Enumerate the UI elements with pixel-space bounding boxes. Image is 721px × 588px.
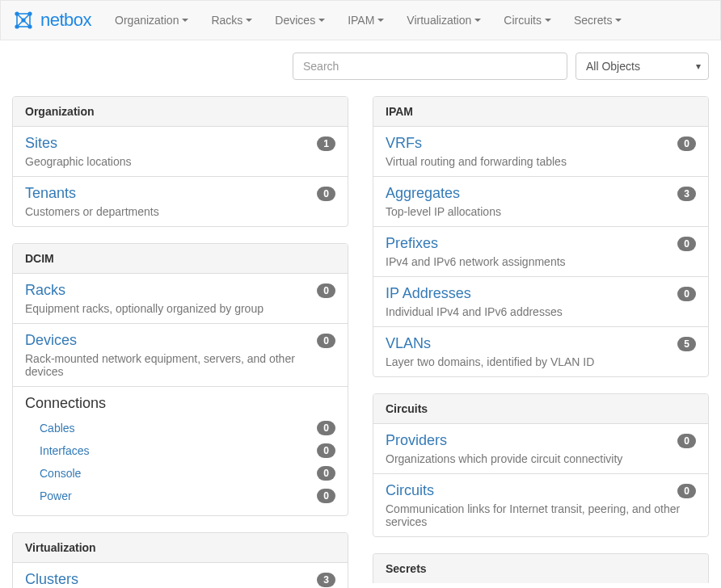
nav-virtualization[interactable]: Virtualization: [395, 2, 492, 39]
item-tenants: 0 Tenants Customers or departments: [13, 177, 348, 226]
panel-virtualization: Virtualization 3 Clusters: [12, 532, 348, 588]
nav-racks[interactable]: Racks: [200, 2, 264, 39]
count-badge: 0: [317, 421, 335, 435]
item-vlans: 5 VLANs Layer two domains, identified by…: [373, 327, 708, 376]
link-sites[interactable]: Sites: [25, 135, 57, 152]
panel-heading-secrets: Secrets: [373, 554, 708, 583]
item-ip-addresses: 0 IP Addresses Individual IPv4 and IPv6 …: [373, 277, 708, 327]
svg-point-9: [27, 24, 32, 28]
panel-circuits: Circuits 0 Providers Organizations which…: [373, 393, 709, 537]
panel-heading-circuits: Circuits: [373, 394, 708, 424]
panel-heading-ipam: IPAM: [373, 97, 708, 127]
count-badge: 0: [677, 136, 696, 151]
conn-console-row: Console 0: [25, 462, 335, 485]
svg-point-6: [15, 11, 19, 15]
logo-icon: [13, 10, 34, 31]
chevron-down-icon: [377, 19, 384, 22]
item-circuits: 0 Circuits Communication links for Inter…: [373, 474, 708, 536]
link-tenants[interactable]: Tenants: [25, 185, 76, 202]
chevron-down-icon: [545, 19, 551, 22]
link-ip-addresses[interactable]: IP Addresses: [386, 285, 471, 302]
main-content: All Objects Organization 1 Sites Geograp…: [0, 40, 721, 588]
panel-dcim: DCIM 0 Racks Equipment racks, optionally…: [12, 243, 348, 516]
item-devices: 0 Devices Rack-mounted network equipment…: [13, 324, 348, 387]
item-connections: Connections Cables 0 Interfaces 0 Consol…: [13, 387, 348, 515]
item-clusters: 3 Clusters: [13, 563, 348, 588]
count-badge: 0: [677, 434, 696, 448]
item-providers: 0 Providers Organizations which provide …: [373, 424, 708, 474]
panel-heading-dcim: DCIM: [13, 244, 348, 274]
nav-circuits[interactable]: Circuits: [492, 2, 563, 39]
count-badge: 3: [677, 187, 696, 201]
desc-sites: Geographic locations: [25, 155, 132, 168]
desc-aggregates: Top-level IP allocations: [386, 205, 501, 218]
count-badge: 0: [317, 187, 335, 201]
desc-devices: Rack-mounted network equipment, servers,…: [25, 352, 295, 378]
count-badge: 0: [677, 484, 696, 498]
item-prefixes: 0 Prefixes IPv4 and IPv6 network assignm…: [373, 227, 708, 277]
count-badge: 0: [317, 489, 335, 503]
item-aggregates: 3 Aggregates Top-level IP allocations: [373, 177, 708, 227]
nav-devices[interactable]: Devices: [264, 2, 336, 39]
link-power[interactable]: Power: [40, 489, 72, 502]
navbar: netbox Organization Racks Devices IPAM V…: [0, 0, 721, 40]
nav-secrets[interactable]: Secrets: [563, 2, 633, 39]
conn-power-row: Power 0: [25, 485, 335, 507]
panel-ipam: IPAM 0 VRFs Virtual routing and forwardi…: [373, 96, 709, 377]
link-prefixes[interactable]: Prefixes: [386, 235, 438, 252]
desc-circuits: Communication links for Internet transit…: [386, 502, 680, 528]
chevron-down-icon: [474, 19, 481, 22]
item-vrfs: 0 VRFs Virtual routing and forwarding ta…: [373, 127, 708, 177]
nav-ipam[interactable]: IPAM: [336, 2, 395, 39]
count-badge: 0: [317, 466, 335, 481]
count-badge: 5: [677, 337, 696, 351]
panel-heading-organization: Organization: [13, 97, 348, 127]
link-console[interactable]: Console: [40, 467, 81, 480]
link-cables[interactable]: Cables: [40, 422, 75, 435]
panel-heading-virtualization: Virtualization: [13, 533, 348, 563]
desc-prefixes: IPv4 and IPv6 network assignments: [386, 255, 566, 268]
desc-ip-addresses: Individual IPv4 and IPv6 addresses: [386, 305, 563, 318]
link-vlans[interactable]: VLANs: [386, 335, 431, 352]
chevron-down-icon: [318, 19, 325, 22]
svg-point-7: [27, 11, 32, 15]
brand-link[interactable]: netbox: [13, 3, 103, 37]
search-row: All Objects: [12, 52, 709, 80]
count-badge: 0: [317, 334, 335, 348]
item-sites: 1 Sites Geographic locations: [13, 127, 348, 177]
count-badge: 1: [317, 136, 335, 151]
item-racks: 0 Racks Equipment racks, optionally orga…: [13, 274, 348, 324]
desc-racks: Equipment racks, optionally organized by…: [25, 302, 264, 315]
right-column: IPAM 0 VRFs Virtual routing and forwardi…: [373, 96, 709, 588]
link-aggregates[interactable]: Aggregates: [386, 185, 460, 202]
chevron-down-icon: [615, 19, 622, 22]
conn-interfaces-row: Interfaces 0: [25, 439, 335, 462]
object-type-select[interactable]: All Objects: [576, 52, 709, 80]
desc-tenants: Customers or departments: [25, 205, 159, 218]
link-racks[interactable]: Racks: [25, 282, 65, 299]
link-clusters[interactable]: Clusters: [25, 571, 78, 588]
link-interfaces[interactable]: Interfaces: [40, 444, 89, 457]
panel-secrets: Secrets: [373, 553, 709, 583]
chevron-down-icon: [246, 19, 252, 22]
link-devices[interactable]: Devices: [25, 332, 77, 349]
link-vrfs[interactable]: VRFs: [386, 135, 422, 152]
nav-organization[interactable]: Organization: [103, 2, 200, 39]
search-input[interactable]: [293, 52, 567, 80]
left-column: Organization 1 Sites Geographic location…: [12, 96, 348, 588]
object-type-select-wrap: All Objects: [576, 52, 709, 80]
link-circuits[interactable]: Circuits: [386, 482, 434, 499]
conn-cables-row: Cables 0: [25, 417, 335, 439]
count-badge: 0: [677, 287, 696, 301]
svg-point-8: [15, 24, 19, 28]
count-badge: 0: [677, 237, 696, 251]
nav-menu: Organization Racks Devices IPAM Virtuali…: [103, 2, 633, 39]
link-providers[interactable]: Providers: [386, 432, 447, 449]
svg-point-10: [21, 18, 25, 22]
count-badge: 0: [317, 443, 335, 458]
chevron-down-icon: [182, 19, 188, 22]
panel-organization: Organization 1 Sites Geographic location…: [12, 96, 348, 227]
desc-providers: Organizations which provide circuit conn…: [386, 452, 622, 465]
brand-text: netbox: [40, 10, 91, 31]
count-badge: 0: [317, 284, 335, 298]
